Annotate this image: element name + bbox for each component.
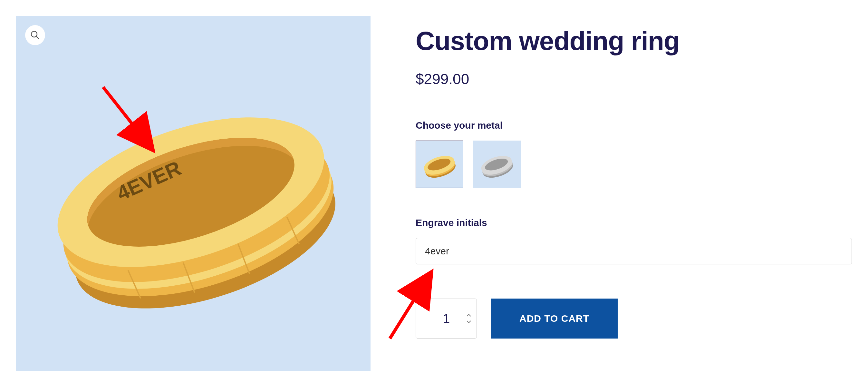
swatch-gold[interactable] [415, 141, 463, 188]
swatch-silver[interactable] [473, 141, 521, 188]
svg-line-1 [36, 36, 39, 39]
metal-swatches [415, 141, 852, 188]
product-page: 4EVER Custom wedding ring $299.00 Choose… [0, 0, 868, 374]
product-price: $299.00 [415, 70, 852, 88]
engrave-option-label: Engrave initials [415, 217, 852, 228]
quantity-stepper[interactable] [415, 298, 477, 339]
chevron-down-icon [466, 320, 471, 323]
product-details: Custom wedding ring $299.00 Choose your … [415, 16, 852, 371]
magnifier-icon [30, 30, 40, 40]
quantity-up[interactable] [466, 313, 472, 318]
quantity-spinner [466, 313, 472, 324]
ring-icon-silver [478, 148, 516, 180]
metal-option-label: Choose your metal [415, 120, 852, 131]
ring-icon-gold [421, 148, 459, 180]
quantity-down[interactable] [466, 319, 472, 324]
cart-row: ADD TO CART [415, 298, 852, 339]
zoom-button[interactable] [25, 25, 45, 45]
engrave-input[interactable] [415, 238, 852, 264]
product-image-panel: 4EVER [16, 16, 371, 371]
product-title: Custom wedding ring [415, 26, 852, 56]
ring-illustration-gold: 4EVER [35, 48, 351, 339]
chevron-up-icon [466, 314, 471, 317]
add-to-cart-button[interactable]: ADD TO CART [491, 298, 618, 339]
